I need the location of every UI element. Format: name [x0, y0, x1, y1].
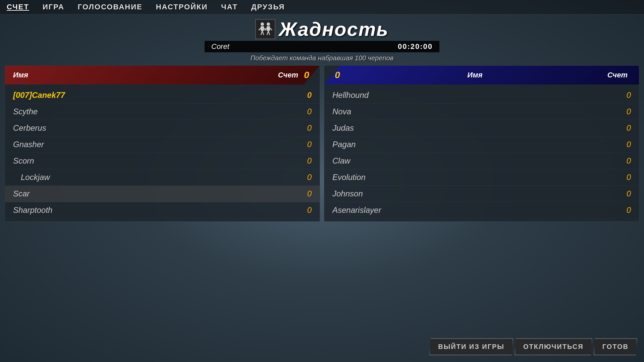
red-team-header: Имя Счет 0 — [5, 66, 320, 84]
nav-item-настройки[interactable]: НАСТРОЙКИ — [156, 3, 208, 11]
player-score: 0 — [621, 140, 631, 149]
svg-rect-1 — [261, 26, 264, 31]
header-section: Жадность Coret 00:20:00 Побеждает команд… — [0, 18, 644, 62]
red-team-player-row: [007]Canek770 — [5, 87, 320, 104]
blue-team-score-label: Счет — [607, 71, 628, 79]
red-team-player-row: Gnasher0 — [5, 136, 320, 153]
disconnect-button[interactable]: ОТКЛЮЧИТЬСЯ — [515, 338, 592, 355]
game-timer: 00:20:00 — [391, 41, 439, 52]
game-title: Жадность — [279, 18, 388, 40]
player-name: Cerberus — [13, 123, 302, 133]
game-subtitle: Побеждает команда набравшая 100 черепов — [251, 54, 393, 62]
quit-button[interactable]: ВЫЙТИ ИЗ ИГРЫ — [429, 338, 513, 355]
red-team-score-label: Счет — [278, 71, 298, 79]
blue-team-score-value: 0 — [332, 70, 342, 80]
player-name: Nova — [332, 107, 621, 116]
red-team-player-list: [007]Canek770Scythe0Cerberus0Gnasher0Sco… — [5, 84, 320, 221]
player-name: Scar — [13, 189, 302, 198]
player-score: 0 — [302, 205, 312, 215]
nav-bar: СЧЕТ ИГРА ГОЛОСОВАНИЕ НАСТРОЙКИ ЧАТ ДРУЗ… — [0, 0, 644, 14]
player-name: Lockjaw — [21, 173, 302, 182]
player-score: 0 — [302, 189, 312, 198]
player-name: Scythe — [13, 107, 302, 116]
nav-item-счет[interactable]: СЧЕТ — [7, 3, 29, 11]
player-name: Claw — [332, 156, 621, 166]
nav-item-друзья[interactable]: ДРУЗЬЯ — [251, 3, 285, 11]
player-name: Hellhound — [332, 90, 621, 100]
player-name: [007]Canek77 — [13, 90, 302, 100]
player-score: 0 — [302, 140, 312, 149]
svg-rect-7 — [267, 26, 270, 31]
blue-team-player-list: Hellhound0Nova0Judas0Pagan0Claw0Evolutio… — [324, 84, 639, 221]
blue-team-player-row: Pagan0 — [324, 136, 639, 153]
svg-line-3 — [262, 31, 264, 35]
red-team-player-row: Cerberus0 — [5, 120, 320, 136]
blue-team-player-row: Johnson0 — [324, 186, 639, 202]
red-team-score-value: 0 — [302, 70, 312, 80]
player-score: 0 — [621, 189, 631, 198]
red-team-player-row: Scorn0 — [5, 153, 320, 169]
player-score: 0 — [302, 107, 312, 116]
svg-line-9 — [268, 31, 270, 35]
svg-line-11 — [270, 28, 272, 30]
nav-item-голосование[interactable]: ГОЛОСОВАНИЕ — [78, 3, 143, 11]
map-name: Coret — [205, 41, 391, 52]
player-name: Sharptooth — [13, 205, 302, 215]
blue-team-player-row: Nova0 — [324, 104, 639, 120]
red-team-player-row: ▶Lockjaw0 — [5, 169, 320, 186]
blue-team-name-label: Имя — [342, 71, 607, 79]
player-score: 0 — [621, 90, 631, 100]
player-score: 0 — [621, 107, 631, 116]
player-name: Asenarislayer — [332, 205, 621, 215]
player-name: Evolution — [332, 173, 621, 182]
nav-item-игра[interactable]: ИГРА — [43, 3, 64, 11]
blue-team-player-row: Judas0 — [324, 120, 639, 136]
blue-team-panel: 0 Имя Счет Hellhound0Nova0Judas0Pagan0Cl… — [324, 65, 639, 222]
svg-point-6 — [267, 22, 270, 26]
blue-team-player-row: Claw0 — [324, 153, 639, 169]
player-score: 0 — [302, 90, 312, 100]
map-info-row: Coret 00:20:00 — [205, 41, 439, 52]
blue-team-player-row: Hellhound0 — [324, 87, 639, 104]
ready-button[interactable]: ГОТОВ — [594, 338, 637, 355]
player-name: Gnasher — [13, 140, 302, 149]
main-content: Имя Счет 0 [007]Canek770Scythe0Cerberus0… — [0, 65, 644, 222]
player-name: Scorn — [13, 156, 302, 166]
svg-line-4 — [259, 28, 261, 30]
player-score: 0 — [302, 173, 312, 182]
red-team-name-label: Имя — [13, 71, 278, 79]
player-score: 0 — [302, 156, 312, 166]
player-name: Johnson — [332, 189, 621, 198]
red-team-panel: Имя Счет 0 [007]Canek770Scythe0Cerberus0… — [5, 65, 320, 222]
game-icon — [255, 19, 275, 39]
blue-team-player-row: Evolution0 — [324, 169, 639, 186]
red-team-player-row: Scythe0 — [5, 104, 320, 120]
player-score: 0 — [621, 123, 631, 133]
bottom-bar: ВЫЙТИ ИЗ ИГРЫ ОТКЛЮЧИТЬСЯ ГОТОВ — [429, 338, 637, 355]
red-team-player-row: Scar0 — [5, 186, 320, 202]
player-name: Judas — [332, 123, 621, 133]
nav-item-чат[interactable]: ЧАТ — [221, 3, 238, 11]
player-score: 0 — [621, 173, 631, 182]
blue-team-header: 0 Имя Счет — [324, 66, 639, 84]
player-score: 0 — [621, 156, 631, 166]
player-score: 0 — [621, 205, 631, 215]
red-team-player-row: Sharptooth0 — [5, 202, 320, 219]
player-name: Pagan — [332, 140, 621, 149]
game-title-row: Жадность — [255, 18, 388, 40]
player-score: 0 — [302, 123, 312, 133]
svg-point-0 — [261, 22, 264, 26]
blue-team-player-row: Asenarislayer0 — [324, 202, 639, 219]
